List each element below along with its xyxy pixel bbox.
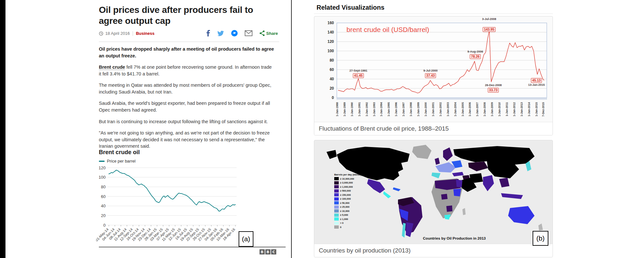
bbc-logo-block: B — [260, 249, 265, 254]
legend-class-label: ≥ 150,000 — [340, 194, 351, 196]
svg-text:1-Jan-1992: 1-Jan-1992 — [365, 102, 368, 116]
svg-text:1-Jan-2006: 1-Jan-2006 — [468, 102, 471, 116]
svg-text:1-Jan-1997: 1-Jan-1997 — [402, 102, 405, 116]
svg-text:40: 40 — [101, 203, 106, 208]
annotation-date: 9-Aug-2006 — [468, 50, 483, 53]
svg-text:1-Jan-2008: 1-Jan-2008 — [483, 102, 486, 116]
legend-color-swatch — [334, 189, 339, 193]
related-map-caption: Countries by oil production (2013) — [314, 244, 553, 257]
svg-text:60: 60 — [101, 194, 106, 199]
svg-text:1-Jan-1988: 1-Jan-1988 — [336, 102, 339, 116]
article-date: 18 April 2016 — [105, 31, 130, 36]
annotation-value: 37.43 — [425, 73, 436, 78]
panel-divider — [291, 0, 292, 258]
svg-text:1-Jan-1998: 1-Jan-1998 — [409, 102, 412, 116]
article-category-link[interactable]: Business — [136, 31, 155, 36]
svg-text:1-Jan-2004: 1-Jan-2004 — [454, 102, 457, 116]
legend-color-swatch — [334, 201, 339, 204]
legend-line-swatch — [99, 161, 105, 162]
svg-text:1-Jan-1994: 1-Jan-1994 — [380, 102, 383, 116]
legend-class-label: ≥ 1,000,000 — [340, 185, 353, 188]
messenger-icon[interactable] — [231, 30, 238, 36]
map-legend-entry: ≥ 150,000 — [334, 193, 363, 196]
legend-color-swatch — [334, 205, 339, 209]
related-visualizations-heading: Related Visualizations — [317, 4, 384, 11]
related-map-card[interactable]: Barrels per day (bbl/day) ≥ 10,000,000≥ … — [314, 140, 553, 257]
share-button-label: Share — [266, 31, 278, 36]
map-legend-entry: ≥ 1,000 — [334, 217, 363, 221]
meta-separator — [133, 31, 133, 36]
annotation-date: 26-Dez-2008 — [485, 84, 502, 87]
bbc-price-chart: 02040608010012001-May-1404-Jun-1408-Jul-… — [96, 163, 241, 246]
article-header-rule — [99, 42, 279, 42]
facebook-icon[interactable] — [206, 30, 210, 36]
legend-class-label: ≥ 10,000,000 — [340, 177, 354, 180]
svg-text:100: 100 — [99, 175, 106, 180]
svg-text:1-Jan-2007: 1-Jan-2007 — [476, 102, 479, 116]
map-legend-entry: ≥ 100,000 — [334, 197, 363, 201]
map-legend-title: Barrels per day (bbl/day) — [334, 173, 363, 176]
brent-crude-link[interactable]: Brent crude — [99, 64, 125, 70]
article-paragraph: The meeting in Qatar was attended by mos… — [99, 82, 274, 95]
figure-canvas: Oil prices dive after producers fail to … — [0, 0, 644, 258]
email-icon[interactable] — [245, 30, 252, 36]
related-chart-card[interactable]: 0204060801001201401601-Jan-19881-Jan-198… — [314, 16, 553, 135]
legend-class-label: ≥ 5,000 — [340, 213, 348, 216]
legend-color-swatch — [334, 197, 339, 201]
related-chart-caption: Fluctuations of Brent crude oil price, 1… — [314, 122, 553, 135]
annotation-date: 13-Jan-2015 — [528, 83, 545, 86]
legend-class-label: ≥ 50,000 — [340, 202, 349, 204]
legend-class-label: ≥ 3,000,000 — [340, 181, 353, 184]
map-title: Countries by Oil Production in 2013 — [401, 236, 507, 240]
map-legend-entry: ≥ 50,000 — [334, 201, 363, 204]
legend-color-swatch — [334, 225, 339, 229]
legend-class-label: ≥ 100,000 — [340, 197, 351, 200]
map-legend-entry: ≥ 5,000 — [334, 213, 363, 217]
map-legend-entry: ≥ 1,000,000 — [334, 185, 363, 188]
legend-color-swatch — [334, 209, 339, 213]
svg-text:60: 60 — [330, 67, 334, 72]
legend-class-label: ≥ 500,000 — [340, 189, 351, 192]
svg-text:1-Jan-2005: 1-Jan-2005 — [461, 102, 464, 116]
svg-text:7-Dez-2015: 7-Dez-2015 — [542, 102, 545, 117]
legend-color-swatch — [334, 213, 339, 217]
svg-text:1-Jan-2010: 1-Jan-2010 — [498, 102, 501, 116]
svg-text:1-Jan-2013: 1-Jan-2013 — [520, 102, 523, 116]
svg-text:0: 0 — [332, 95, 334, 100]
article-body: Oil prices have dropped sharply after a … — [99, 46, 274, 154]
bbc-logo-block: B — [265, 249, 270, 254]
legend-color-swatch — [334, 177, 339, 180]
svg-text:1-Jan-2002: 1-Jan-2002 — [439, 102, 442, 116]
panel-b-label: (b) — [533, 231, 548, 246]
legend-color-swatch — [334, 193, 339, 196]
article-title: Oil prices dive after producers fail to … — [99, 0, 277, 26]
svg-text:1-Jan-1999: 1-Jan-1999 — [417, 102, 420, 116]
legend-series-label: Price per barrel — [107, 159, 136, 164]
annotation-value: 33.73 — [488, 88, 499, 93]
svg-text:1-Jan-1989: 1-Jan-1989 — [343, 102, 346, 116]
svg-text:80: 80 — [101, 184, 106, 189]
article-paragraph: Brent crude fell 7% at one point before … — [99, 64, 274, 77]
share-toolbar: Share — [206, 30, 278, 36]
share-button[interactable]: Share — [260, 30, 278, 36]
article-paragraph: "As we're not going to sign anything, an… — [99, 130, 274, 150]
legend-class-label: ≥ 10,000 — [340, 210, 349, 213]
annotation-date: 3-Jul-2008 — [482, 17, 496, 21]
svg-text:1-Jan-1991: 1-Jan-1991 — [358, 102, 361, 116]
svg-text:20: 20 — [330, 86, 334, 91]
annotation-date: 9-Jul-2000 — [423, 69, 438, 72]
svg-text:120: 120 — [327, 39, 334, 44]
legend-color-swatch — [334, 222, 339, 225]
twitter-icon[interactable] — [217, 31, 224, 36]
svg-text:1-Jan-2011: 1-Jan-2011 — [505, 102, 508, 116]
svg-text:brent crude oil (USD/barrel): brent crude oil (USD/barrel) — [346, 26, 429, 33]
annotation-value: 143.95 — [483, 27, 496, 32]
svg-text:1-Jan-2001: 1-Jan-2001 — [431, 102, 435, 116]
annotation-value: 45.13 — [531, 78, 542, 83]
annotation-value: 41.45 — [353, 73, 364, 78]
legend-class-label: > 0 — [340, 222, 344, 224]
legend-color-swatch — [334, 181, 339, 184]
legend-color-swatch — [334, 185, 339, 188]
annotation-date: 27-Sept-1991 — [349, 69, 367, 72]
svg-text:1-Jan-2015: 1-Jan-2015 — [535, 102, 538, 116]
